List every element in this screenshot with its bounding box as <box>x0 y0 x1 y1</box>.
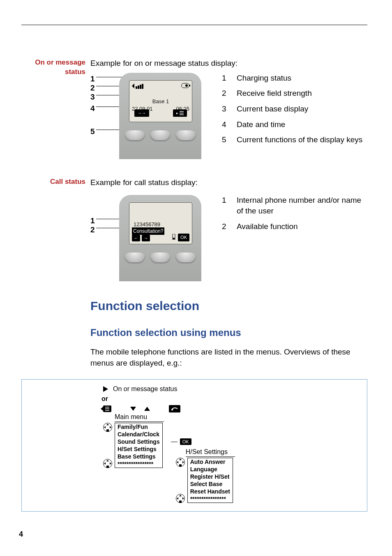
legend-text: Available function <box>237 221 298 232</box>
heading-function-selection: Function selection <box>90 298 367 315</box>
text: On or message <box>35 58 85 66</box>
arrow-left-icon: ← <box>132 235 140 241</box>
callout-number: 5 <box>90 126 95 137</box>
or-label: or <box>101 395 360 403</box>
dpad-icon <box>103 423 112 432</box>
ok-softkey-label: OK <box>178 234 189 241</box>
section1-side-title: On or message status <box>21 58 90 77</box>
play-icon <box>103 386 108 392</box>
menu-icon <box>103 405 111 412</box>
section1-intro: Example for on or message status display… <box>90 58 367 69</box>
battery-icon <box>181 83 189 88</box>
softkey-left-icon: →→ <box>134 109 149 117</box>
dpad-icon <box>103 459 112 468</box>
current-base-label: Base 1 <box>132 98 189 105</box>
menu-item: Calendar/Clock <box>115 431 162 438</box>
softkey-right-icon: ▸ <box>173 109 187 117</box>
legend-text: Internal phone number and/or name of the… <box>237 195 367 216</box>
callout-number: 4 <box>90 103 95 114</box>
top-rule <box>21 25 367 25</box>
legend-num: 5 <box>222 134 229 145</box>
handset-screen: 123456789 Consultation? ← → <box>129 202 192 244</box>
legend-num: 2 <box>222 221 229 232</box>
back-icon <box>169 405 180 412</box>
main-menu-label: Main menu <box>115 413 147 420</box>
callout-number: 3 <box>90 92 95 102</box>
text: status <box>65 68 85 76</box>
paragraph-menu-overviews: The mobile telephone functions are liste… <box>90 347 367 368</box>
menu-item: **************** <box>188 495 233 503</box>
legend-num: 4 <box>222 119 229 130</box>
menu-item: Base Settings <box>115 453 162 460</box>
legend-num: 1 <box>222 195 229 216</box>
arrow-right-icon: → <box>142 235 150 241</box>
dpad-icon <box>176 494 185 503</box>
menu-item: Reset Handset <box>188 488 233 495</box>
submenu-label: H/Set Settings <box>186 448 228 455</box>
legend-num: 3 <box>222 104 229 114</box>
section2-legend: 1Internal phone number and/or name of th… <box>210 195 367 236</box>
svg-rect-1 <box>173 238 175 239</box>
menu-item: Register H/Set <box>188 473 233 480</box>
handset: 123456789 Consultation? ← → <box>119 195 201 281</box>
menu-diagram: On or message status or Main menu <box>21 379 367 512</box>
section2-side-title: Call status <box>21 177 90 187</box>
handset: Base 1 22.09.01 06:25 →→ ▸ <box>119 73 201 159</box>
legend-text: Current base display <box>237 104 308 114</box>
signal-bars-icon <box>132 83 143 89</box>
ok-icon: OK <box>180 438 191 445</box>
menu-item: Sound Settings <box>115 438 162 445</box>
phone-illustration-1: 1 2 3 4 5 <box>90 73 210 159</box>
menu-item: **************** <box>115 460 162 468</box>
callout-number: 2 <box>90 225 95 235</box>
section2-intro: Example for call status display: <box>90 177 367 188</box>
legend-text: Current functions of the display keys <box>237 134 362 145</box>
page-number: 4 <box>19 530 23 539</box>
scroll-indicator-icon <box>172 234 175 241</box>
legend-num: 2 <box>222 88 229 99</box>
handset-screen: Base 1 22.09.01 06:25 →→ ▸ <box>129 80 192 122</box>
legend-num: 1 <box>222 73 229 83</box>
section-call-status: Call status Example for call status disp… <box>21 177 367 282</box>
section1-legend: 1Charging status 2Receive field strength… <box>210 73 367 150</box>
main-menu-table: Family/Fun Calendar/Clock Sound Settings… <box>115 423 163 468</box>
phone-illustration-2: 1 2 123456789 Consultation? ← → <box>90 195 210 281</box>
diagram-top-label: On or message status <box>113 385 178 393</box>
softkey-buttons <box>125 253 196 262</box>
arrow-down-icon <box>130 407 136 411</box>
arrow-up-icon <box>144 407 150 411</box>
softkey-buttons <box>125 130 196 140</box>
menu-item: Auto Answer <box>188 458 233 466</box>
legend-text: Receive field strength <box>237 88 312 99</box>
menu-item: Select Base <box>188 480 233 488</box>
dpad-icon <box>176 458 185 467</box>
menu-item: H/Set Settings <box>115 445 162 453</box>
page: On or message status Example for on or m… <box>0 0 392 556</box>
heading-function-selection-menus: Function selection using menus <box>90 326 367 339</box>
caller-number: 123456789 <box>134 221 160 228</box>
legend-text: Charging status <box>237 73 291 83</box>
menu-item: Language <box>188 466 233 473</box>
legend-text: Date and time <box>237 119 285 130</box>
section-on-or-message-status: On or message status Example for on or m… <box>21 58 367 159</box>
sub-menu-table: Auto Answer Language Register H/Set Sele… <box>187 458 233 503</box>
menu-item: Family/Fun <box>115 423 162 431</box>
